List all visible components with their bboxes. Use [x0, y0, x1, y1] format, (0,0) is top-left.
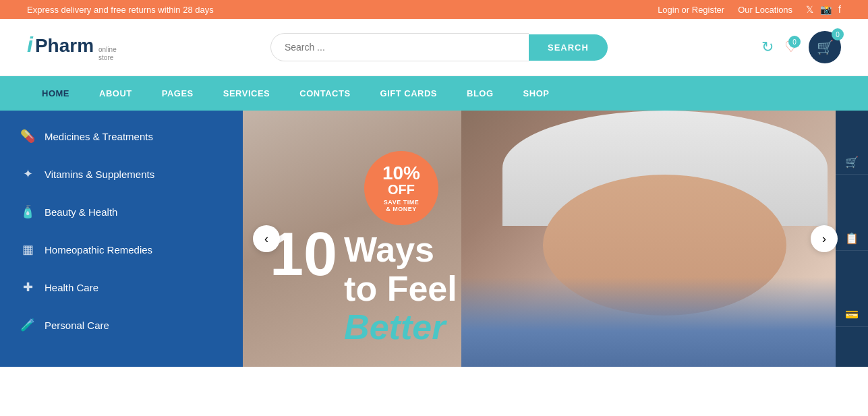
- sidebar-label-vitamins: Vitamins & Supplements: [45, 169, 154, 180]
- side-document-icon: 📋: [845, 232, 859, 245]
- main-content: 💊 Medicines & Treatments ✦ Vitamins & Su…: [0, 111, 868, 367]
- discount-save-line2: & MONEY: [386, 206, 417, 212]
- sidebar-item-medicines[interactable]: 💊 Medicines & Treatments: [0, 117, 243, 155]
- sidebar-label-medicines: Medicines & Treatments: [45, 131, 153, 142]
- nav-item-contacts[interactable]: CONTACTS: [285, 76, 365, 111]
- sidebar-item-personal-care[interactable]: 🧪 Personal Care: [0, 306, 243, 344]
- side-cart-button[interactable]: 🛒: [836, 150, 868, 175]
- hero-section: 10% OFF SAVE TIME & MONEY 10 Ways to Fee…: [243, 111, 868, 367]
- side-document-button[interactable]: 📋: [836, 227, 868, 251]
- sidebar-item-vitamins[interactable]: ✦ Vitamins & Supplements: [0, 155, 243, 193]
- login-link[interactable]: Login or Register: [658, 5, 724, 15]
- hero-text: 10 Ways to Feel Better: [270, 224, 457, 347]
- search-input[interactable]: [270, 33, 529, 61]
- nav-item-blog[interactable]: BLOG: [452, 76, 509, 111]
- nav-item-shop[interactable]: SHOP: [509, 76, 565, 111]
- personal-care-icon: 🧪: [20, 318, 35, 332]
- hero-ways: Ways: [344, 231, 457, 269]
- cart-badge: 0: [832, 28, 844, 40]
- side-icons-panel: 🛒 📋 💳: [836, 111, 868, 367]
- side-cart-icon: 🛒: [845, 156, 859, 169]
- top-bar-right: Login or Register Our Locations 𝕏 📸 f: [658, 4, 841, 15]
- logo-sub: online store: [98, 46, 117, 62]
- carousel-prev-button[interactable]: ‹: [253, 225, 280, 252]
- refresh-icon: ↻: [761, 38, 774, 55]
- side-card-button[interactable]: 💳: [836, 303, 868, 327]
- nav-item-services[interactable]: SERVICES: [208, 76, 285, 111]
- nav-item-gift-cards[interactable]: GIFT CARDS: [366, 76, 452, 111]
- homeopathic-icon: ▦: [20, 242, 35, 257]
- sidebar-item-beauty[interactable]: 🧴 Beauty & Health: [0, 193, 243, 231]
- wishlist-badge: 0: [788, 36, 801, 48]
- sidebar-item-healthcare[interactable]: ✚ Health Care: [0, 268, 243, 306]
- cart-icon: 🛒: [817, 39, 834, 55]
- healthcare-icon: ✚: [20, 280, 35, 295]
- instagram-icon[interactable]: 📸: [820, 4, 832, 15]
- discount-number: 10%: [382, 164, 420, 183]
- discount-save-line1: SAVE TIME: [384, 199, 419, 206]
- sidebar-label-homeopathic: Homeopathic Remedies: [45, 244, 152, 256]
- sidebar: 💊 Medicines & Treatments ✦ Vitamins & Su…: [0, 111, 243, 367]
- sidebar-item-homeopathic[interactable]: ▦ Homeopathic Remedies: [0, 231, 243, 268]
- chevron-right-icon: ›: [822, 232, 826, 246]
- hero-number: 10: [270, 224, 337, 285]
- header-icons: ↻ ♡ 0 🛒 0: [761, 31, 841, 63]
- twitter-icon[interactable]: 𝕏: [806, 4, 813, 15]
- logo[interactable]: i Pharm online store: [27, 32, 117, 62]
- side-card-icon: 💳: [845, 308, 859, 321]
- discount-badge: 10% OFF SAVE TIME & MONEY: [364, 151, 438, 225]
- logo-i: i: [27, 32, 33, 57]
- search-bar: SEARCH: [270, 33, 608, 61]
- facebook-icon[interactable]: f: [838, 4, 841, 15]
- nav-item-about[interactable]: ABOUT: [84, 76, 147, 111]
- refresh-icon-btn[interactable]: ↻: [761, 38, 774, 56]
- chevron-left-icon: ‹: [264, 232, 268, 246]
- logo-pharm: Pharm: [35, 35, 94, 57]
- hero-feel: to Feel: [344, 270, 457, 308]
- wishlist-button[interactable]: ♡ 0: [784, 38, 798, 56]
- discount-off: OFF: [388, 183, 415, 196]
- nav-item-home[interactable]: HOME: [27, 76, 84, 111]
- beauty-icon: 🧴: [20, 204, 35, 219]
- sidebar-label-beauty: Beauty & Health: [45, 206, 117, 218]
- search-button[interactable]: SEARCH: [529, 34, 608, 61]
- locations-link[interactable]: Our Locations: [738, 5, 792, 15]
- main-nav: HOME ABOUT PAGES SERVICES CONTACTS GIFT …: [0, 76, 868, 111]
- nav-item-pages[interactable]: PAGES: [147, 76, 208, 111]
- hero-person-image: [461, 111, 868, 367]
- sidebar-label-personal-care: Personal Care: [45, 320, 109, 331]
- medicines-icon: 💊: [20, 129, 35, 144]
- hero-better: Better: [344, 308, 457, 347]
- top-bar: Express delivery and free returns within…: [0, 0, 868, 19]
- promo-text: Express delivery and free returns within…: [27, 5, 214, 15]
- vitamins-icon: ✦: [20, 167, 35, 181]
- carousel-next-button[interactable]: ›: [811, 225, 838, 252]
- social-icons: 𝕏 📸 f: [806, 4, 841, 15]
- cart-button[interactable]: 🛒 0: [809, 31, 841, 63]
- header: i Pharm online store SEARCH ↻ ♡ 0 🛒 0: [0, 19, 868, 76]
- sidebar-label-healthcare: Health Care: [45, 282, 98, 293]
